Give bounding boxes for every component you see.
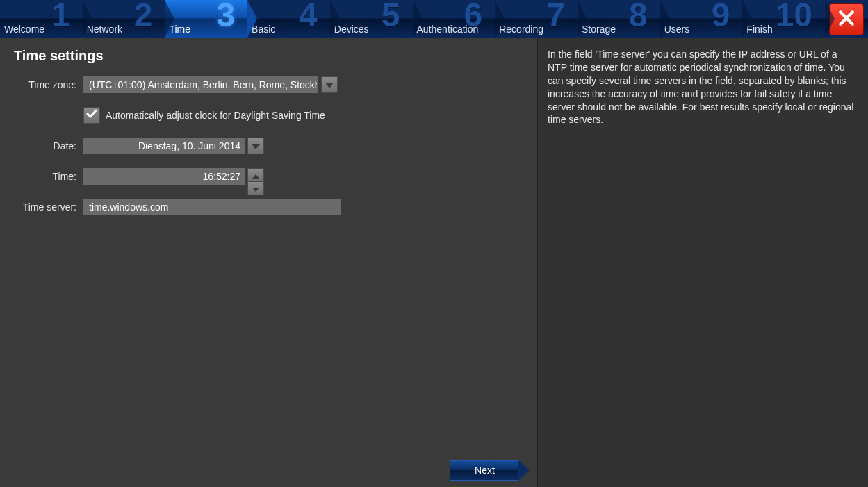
time-row: 16:52:27 bbox=[83, 168, 341, 185]
timezone-label: Time zone: bbox=[0, 79, 76, 90]
step-number: 2 bbox=[134, 0, 153, 34]
close-button[interactable] bbox=[829, 3, 864, 35]
next-button-label: Next bbox=[450, 460, 519, 481]
main-area: Time settings Time zone: (UTC+01:00) Ams… bbox=[0, 38, 868, 487]
step-label: Basic bbox=[252, 24, 275, 35]
timezone-row: (UTC+01:00) Amsterdam, Berlin, Bern, Rom… bbox=[83, 76, 341, 93]
time-label: Time: bbox=[0, 171, 76, 182]
help-panel: In the field 'Time server' you can speci… bbox=[537, 38, 868, 487]
step-number: 1 bbox=[51, 0, 70, 34]
step-authentication[interactable]: 6 Authentication bbox=[413, 0, 496, 38]
step-number: 3 bbox=[216, 0, 235, 34]
timeserver-row: time.windows.com bbox=[83, 199, 341, 215]
step-recording[interactable]: 7 Recording bbox=[495, 0, 578, 38]
step-network[interactable]: 2 Network bbox=[83, 0, 165, 38]
step-devices[interactable]: 5 Devices bbox=[330, 0, 413, 38]
step-number: 9 bbox=[712, 0, 730, 34]
dst-row: Automatically adjust clock for Daylight … bbox=[83, 107, 341, 124]
step-basic[interactable]: 4 Basic bbox=[247, 0, 330, 38]
step-time[interactable]: 3 Time bbox=[165, 0, 247, 38]
date-dropdown-button[interactable] bbox=[247, 138, 264, 154]
timeserver-label: Time server: bbox=[0, 201, 76, 213]
date-label: Date: bbox=[0, 140, 76, 151]
wizard-step-bar: 1 Welcome 2 Network 3 Time 4 Basic 5 Dev… bbox=[0, 0, 868, 38]
chevron-up-icon bbox=[252, 169, 259, 181]
step-label: Welcome bbox=[4, 24, 44, 35]
chevron-down-icon bbox=[325, 79, 334, 91]
step-number: 4 bbox=[299, 0, 318, 34]
chevron-right-icon bbox=[518, 460, 530, 481]
step-label: Finish bbox=[746, 24, 772, 35]
next-button[interactable]: Next bbox=[450, 460, 530, 481]
step-label: Users bbox=[664, 24, 690, 35]
settings-form: Time zone: (UTC+01:00) Amsterdam, Berlin… bbox=[0, 76, 537, 215]
step-number: 5 bbox=[382, 0, 400, 34]
step-number: 10 bbox=[776, 0, 812, 34]
svg-marker-0 bbox=[325, 83, 334, 88]
chevron-down-icon bbox=[252, 140, 260, 152]
step-label: Devices bbox=[334, 24, 369, 35]
time-spin-up[interactable] bbox=[247, 168, 264, 182]
dst-label: Automatically adjust clock for Daylight … bbox=[106, 110, 325, 121]
time-field[interactable]: 16:52:27 bbox=[83, 168, 245, 185]
timezone-field[interactable]: (UTC+01:00) Amsterdam, Berlin, Bern, Rom… bbox=[83, 76, 318, 93]
step-label: Storage bbox=[582, 24, 616, 35]
step-label: Recording bbox=[499, 24, 543, 35]
close-icon bbox=[837, 9, 855, 30]
step-finish[interactable]: 10 Finish bbox=[742, 0, 825, 38]
svg-marker-2 bbox=[252, 174, 259, 179]
step-label: Time bbox=[169, 24, 190, 35]
help-text: In the field 'Time server' you can speci… bbox=[548, 48, 857, 126]
step-welcome[interactable]: 1 Welcome bbox=[0, 0, 83, 38]
timeserver-field[interactable]: time.windows.com bbox=[83, 199, 341, 215]
checkmark-icon bbox=[86, 109, 97, 122]
step-label: Network bbox=[87, 24, 122, 35]
settings-panel: Time settings Time zone: (UTC+01:00) Ams… bbox=[0, 38, 537, 487]
dst-checkbox[interactable] bbox=[83, 107, 100, 124]
svg-marker-1 bbox=[252, 144, 260, 149]
step-number: 7 bbox=[546, 0, 565, 34]
date-field[interactable]: Dienstag, 10. Juni 2014 bbox=[83, 138, 245, 154]
step-storage[interactable]: 8 Storage bbox=[578, 0, 660, 38]
date-row: Dienstag, 10. Juni 2014 bbox=[83, 138, 341, 154]
timezone-dropdown-button[interactable] bbox=[321, 76, 338, 93]
page-title: Time settings bbox=[14, 48, 537, 64]
step-users[interactable]: 9 Users bbox=[660, 0, 743, 38]
step-label: Authentication bbox=[417, 24, 479, 35]
time-spin-down[interactable] bbox=[247, 182, 264, 195]
time-spinner bbox=[247, 168, 264, 185]
svg-marker-3 bbox=[252, 188, 259, 192]
chevron-down-icon bbox=[252, 182, 259, 195]
step-number: 8 bbox=[629, 0, 648, 34]
